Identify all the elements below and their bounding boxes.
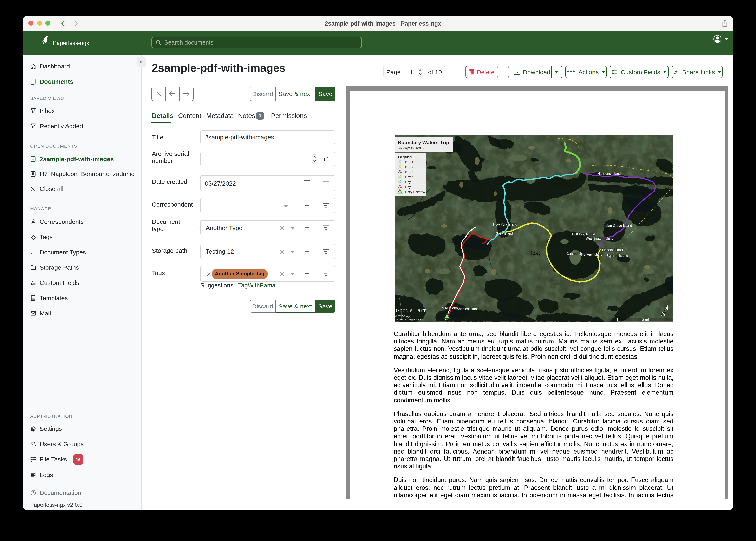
svg-text:Indian Grave Island: Indian Grave Island — [603, 224, 632, 228]
svg-text:Six days in BWCA: Six days in BWCA — [398, 146, 425, 150]
svg-text:Charlies Island: Charlies Island — [456, 307, 479, 311]
svg-text:Lincoln Island: Lincoln Island — [602, 248, 623, 252]
svg-text:3 mi: 3 mi — [642, 318, 649, 321]
svg-text:© 2017 Google: © 2017 Google — [395, 315, 411, 317]
svg-text:Mile Island: Mile Island — [442, 306, 458, 310]
svg-text:Text: Text — [529, 250, 540, 256]
svg-text:Norway Island: Norway Island — [581, 253, 602, 256]
svg-text:Boundary Waters Trip: Boundary Waters Trip — [398, 140, 449, 145]
svg-text:Day 3: Day 3 — [405, 170, 413, 174]
svg-text:New York Island: New York Island — [493, 223, 517, 226]
svg-text:Gary Island: Gary Island — [496, 232, 513, 235]
svg-text:Hausons Island: Hausons Island — [597, 172, 621, 176]
svg-text:Squirrel Island: Squirrel Island — [607, 254, 628, 258]
svg-text:Day 5: Day 5 — [405, 180, 413, 184]
svg-text:Entry Point 24: Entry Point 24 — [405, 190, 425, 194]
svg-text:Washington Island: Washington Island — [586, 237, 613, 240]
svg-text:N: N — [661, 310, 666, 317]
svg-text:Day 4: Day 4 — [405, 175, 413, 179]
svg-text:Day 6: Day 6 — [405, 185, 413, 189]
svg-text:Half Dog Island: Half Dog Island — [572, 233, 595, 236]
svg-text:Legend: Legend — [398, 155, 412, 159]
svg-text:#: # — [31, 249, 34, 255]
svg-text:Image © 2017 DigitalGlobe: Image © 2017 DigitalGlobe — [395, 318, 423, 321]
svg-text:Day 1: Day 1 — [405, 161, 413, 164]
svg-text:Google Earth: Google Earth — [396, 307, 427, 313]
svg-text:Day 2: Day 2 — [405, 165, 413, 169]
